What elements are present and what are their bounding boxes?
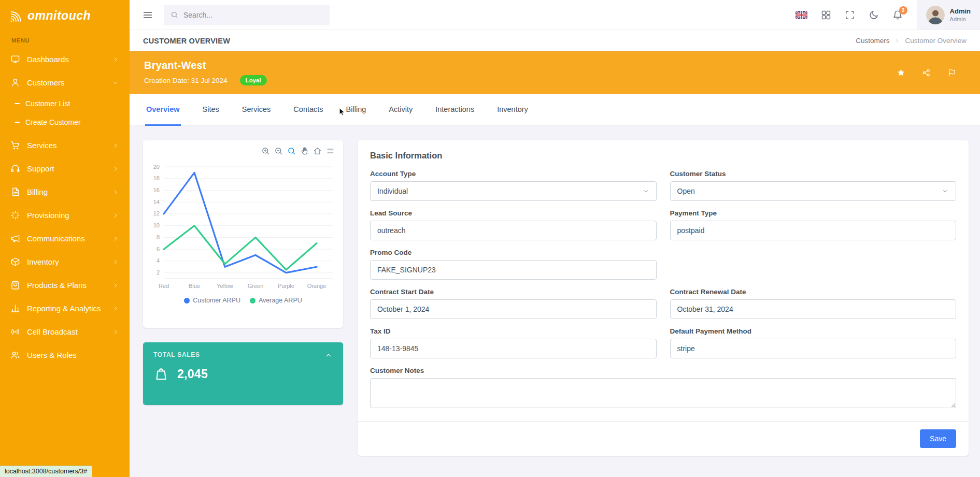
legend-label: Average ARPU bbox=[259, 297, 302, 304]
account-type-select[interactable]: Individual bbox=[370, 181, 657, 201]
customer-notes-textarea[interactable] bbox=[370, 378, 956, 408]
sidebar-item-support[interactable]: Support bbox=[0, 157, 130, 180]
contract-renewal-date-input[interactable] bbox=[670, 299, 957, 319]
tab-sites[interactable]: Sites bbox=[202, 94, 220, 126]
notifications-button[interactable]: 3 bbox=[892, 10, 903, 20]
tab-contacts[interactable]: Contacts bbox=[292, 94, 324, 126]
chevron-right-icon bbox=[112, 56, 119, 63]
pan-icon[interactable] bbox=[300, 147, 309, 155]
sidebar-item-dashboards[interactable]: Dashboards bbox=[0, 48, 130, 71]
sidebar-item-label: Inventory bbox=[27, 257, 105, 266]
sidebar-toggle-icon[interactable] bbox=[142, 9, 153, 21]
tab-activity[interactable]: Activity bbox=[388, 94, 414, 126]
app-logo[interactable]: omnitouch bbox=[0, 0, 130, 29]
sidebar-item-users-roles[interactable]: Users & Roles bbox=[0, 343, 130, 367]
app-root: omnitouch MENU DashboardsCustomersCustom… bbox=[0, 0, 980, 477]
svg-text:4: 4 bbox=[157, 257, 160, 264]
contract-start-date-input[interactable] bbox=[370, 299, 657, 319]
sidebar-item-services[interactable]: Services bbox=[0, 134, 130, 157]
collapse-chevron-icon[interactable] bbox=[324, 351, 333, 359]
sidebar-item-billing[interactable]: Billing bbox=[0, 180, 130, 204]
tab-inventory[interactable]: Inventory bbox=[496, 94, 529, 126]
svg-text:18: 18 bbox=[153, 175, 160, 181]
basic-information-form: Account TypeIndividualCustomer StatusOpe… bbox=[358, 166, 969, 421]
field-customer-status: Customer StatusOpen bbox=[670, 170, 957, 201]
sidebar-submenu: Customer ListCreate Customer bbox=[0, 94, 130, 134]
apps-grid-icon[interactable] bbox=[821, 10, 831, 20]
field-account-type: Account TypeIndividual bbox=[370, 170, 657, 201]
reporting-icon bbox=[10, 303, 20, 313]
sidebar-item-inventory[interactable]: Inventory bbox=[0, 250, 130, 273]
services-icon bbox=[10, 140, 20, 150]
chevron-right-icon bbox=[112, 189, 119, 196]
sidebar-item-label: Users & Roles bbox=[27, 351, 119, 359]
breadcrumb: Customers Customer Overview bbox=[856, 37, 967, 45]
chart-legend: Customer ARPUAverage ARPU bbox=[150, 297, 336, 304]
selection-zoom-icon[interactable] bbox=[287, 147, 296, 155]
chart-toolbar bbox=[150, 147, 336, 155]
banner-actions bbox=[897, 68, 956, 77]
tab-overview[interactable]: Overview bbox=[145, 94, 181, 126]
flag-icon[interactable] bbox=[947, 68, 956, 77]
sidebar-item-communications[interactable]: Communications bbox=[0, 227, 130, 250]
legend-label: Customer ARPU bbox=[193, 297, 240, 304]
default-payment-method-input[interactable] bbox=[670, 339, 957, 358]
sidebar-subitem-create-customer[interactable]: Create Customer bbox=[0, 113, 130, 132]
favorite-star-icon[interactable] bbox=[897, 68, 905, 77]
tab-billing[interactable]: Billing bbox=[345, 94, 367, 126]
sidebar-item-label: Billing bbox=[27, 187, 105, 196]
dark-mode-icon[interactable] bbox=[869, 10, 879, 20]
breadcrumb-parent-link[interactable]: Customers bbox=[856, 37, 889, 45]
customer-status-select[interactable]: Open bbox=[670, 181, 957, 201]
avatar bbox=[926, 6, 945, 24]
field-payment-type: Payment Type bbox=[670, 209, 957, 240]
field-customer-notes: Customer Notes bbox=[370, 367, 956, 410]
logo-waves-icon bbox=[9, 8, 24, 23]
sidebar-item-provisioning[interactable]: Provisioning bbox=[0, 204, 130, 227]
reset-home-icon[interactable] bbox=[313, 147, 322, 155]
lead-source-input[interactable] bbox=[370, 221, 657, 240]
left-column: 2468101214161820RedBlueYellowGreenPurple… bbox=[143, 140, 343, 477]
user-role: Admin bbox=[950, 16, 971, 22]
svg-text:Yellow: Yellow bbox=[217, 283, 233, 289]
dash-icon bbox=[15, 122, 20, 123]
sidebar-item-label: Cell Broadcast bbox=[27, 327, 105, 336]
tax-id-label: Tax ID bbox=[370, 327, 657, 335]
zoom-out-icon[interactable] bbox=[274, 147, 283, 155]
tax-id-input[interactable] bbox=[370, 339, 657, 358]
main-area: 3 Admin Admin bbox=[130, 0, 980, 477]
customer-tabs: OverviewSitesServicesContactsBillingActi… bbox=[130, 94, 980, 126]
fullscreen-icon[interactable] bbox=[845, 10, 855, 20]
sidebar-item-products-plans[interactable]: Products & Plans bbox=[0, 273, 130, 297]
chevron-right-icon bbox=[112, 165, 119, 172]
sidebar: omnitouch MENU DashboardsCustomersCustom… bbox=[0, 0, 130, 477]
sidebar-item-label: Dashboards bbox=[27, 55, 105, 64]
sidebar-subitem-customer-list[interactable]: Customer List bbox=[0, 94, 130, 113]
sidebar-item-cell-broadcast[interactable]: Cell Broadcast bbox=[0, 320, 130, 343]
chevron-down-icon bbox=[642, 187, 649, 195]
tab-services[interactable]: Services bbox=[241, 94, 272, 126]
payment-type-input[interactable] bbox=[670, 221, 957, 240]
breadcrumb-chevron-icon bbox=[894, 38, 900, 44]
language-flag-icon[interactable] bbox=[796, 11, 807, 19]
chevron-right-icon bbox=[112, 328, 119, 336]
chevron-right-icon bbox=[112, 282, 119, 289]
save-button[interactable]: Save bbox=[920, 429, 956, 448]
search-input[interactable] bbox=[164, 5, 330, 25]
sidebar-item-label: Provisioning bbox=[27, 211, 105, 220]
menu-section-label: MENU bbox=[0, 29, 130, 48]
contract-start-date-label: Contract Start Date bbox=[370, 288, 657, 296]
svg-text:20: 20 bbox=[153, 164, 160, 170]
sidebar-subitem-label: Create Customer bbox=[25, 118, 81, 126]
zoom-in-icon[interactable] bbox=[261, 147, 270, 155]
legend-item-average-arpu[interactable]: Average ARPU bbox=[250, 297, 302, 304]
promo-code-input[interactable] bbox=[370, 260, 657, 280]
sidebar-item-customers[interactable]: Customers bbox=[0, 71, 130, 94]
customer-status-value: Open bbox=[677, 187, 695, 195]
sidebar-item-reporting-analytics[interactable]: Reporting & Analytics bbox=[0, 297, 130, 320]
share-icon[interactable] bbox=[922, 68, 931, 77]
user-menu[interactable]: Admin Admin bbox=[917, 0, 980, 30]
legend-item-customer-arpu[interactable]: Customer ARPU bbox=[184, 297, 240, 304]
chart-menu-icon[interactable] bbox=[326, 147, 335, 155]
tab-interactions[interactable]: Interactions bbox=[434, 94, 475, 126]
